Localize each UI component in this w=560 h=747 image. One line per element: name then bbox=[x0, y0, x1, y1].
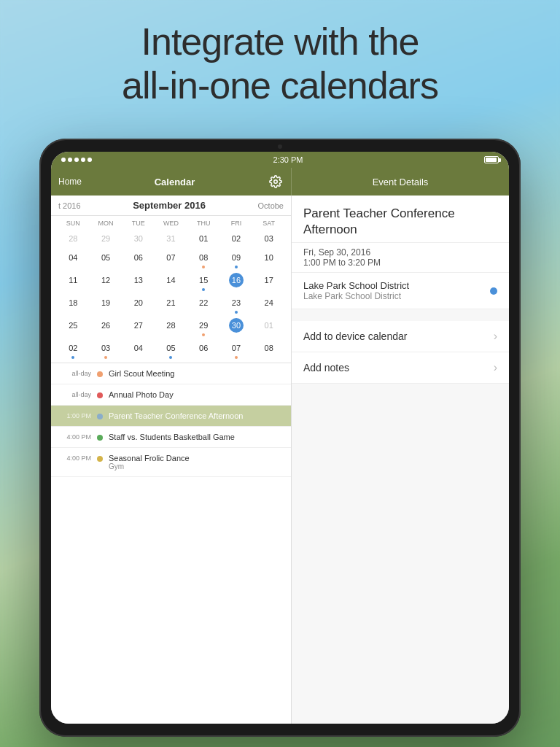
event-item[interactable]: 4:00 PM Staff vs. Students Basketball Ga… bbox=[51, 427, 291, 448]
cal-day[interactable]: 13 bbox=[122, 271, 155, 293]
event-time: 4:00 PM bbox=[58, 433, 91, 441]
cal-day[interactable]: 02 bbox=[220, 229, 253, 248]
cal-day[interactable]: 18 bbox=[57, 293, 90, 316]
cal-day[interactable]: 23 bbox=[220, 293, 253, 316]
calendar-week-6: 02 03 04 05 06 07 08 bbox=[57, 338, 285, 361]
cal-day[interactable]: 20 bbox=[122, 293, 155, 316]
cal-day[interactable]: 04 bbox=[122, 338, 155, 361]
headline: Integrate with the all-in-one calendars bbox=[0, 20, 560, 108]
calendar-panel: t 2016 September 2016 Octobe SUN MON TUE… bbox=[51, 196, 292, 724]
event-dot-wrap bbox=[97, 454, 103, 462]
calendar-week-3: 11 12 13 14 15 16 17 bbox=[57, 271, 285, 293]
event-info: Seasonal Frolic Dance Gym bbox=[109, 454, 284, 471]
cal-day[interactable]: 14 bbox=[155, 271, 187, 293]
event-date-line2: 1:00 PM to 3:20 PM bbox=[303, 258, 497, 268]
cal-day[interactable]: 29 bbox=[90, 229, 122, 248]
header-wed: WED bbox=[155, 217, 187, 229]
next-month-label: Octobe bbox=[258, 201, 284, 210]
calendar-week-4: 18 19 20 21 22 23 24 bbox=[57, 293, 285, 316]
cal-day[interactable]: 22 bbox=[187, 293, 220, 316]
event-time: 1:00 PM bbox=[58, 411, 91, 419]
cal-day-selected[interactable]: 30 bbox=[220, 316, 253, 338]
cal-day[interactable]: 21 bbox=[155, 293, 187, 316]
signal-dots bbox=[61, 158, 92, 162]
event-location-dot bbox=[490, 287, 497, 295]
events-list: all-day Girl Scout Meeting all-day bbox=[51, 363, 291, 724]
add-notes-label: Add notes bbox=[303, 362, 349, 374]
cal-day[interactable]: 11 bbox=[57, 271, 90, 293]
event-detail-panel: Parent Teacher Conference Afternoon Fri,… bbox=[292, 196, 509, 724]
current-month-title: September 2016 bbox=[133, 200, 206, 211]
dot5 bbox=[88, 158, 92, 162]
cal-day[interactable]: 24 bbox=[252, 293, 285, 316]
cal-day[interactable]: 28 bbox=[57, 229, 90, 248]
cal-day[interactable]: 06 bbox=[122, 248, 155, 271]
cal-day-today[interactable]: 16 bbox=[220, 271, 253, 293]
event-location-info: Lake Park School District Lake Park Scho… bbox=[303, 280, 409, 301]
event-title: Seasonal Frolic Dance bbox=[109, 454, 284, 462]
event-detail-card: Parent Teacher Conference Afternoon Fri,… bbox=[292, 196, 509, 309]
cal-day[interactable]: 12 bbox=[90, 271, 122, 293]
cal-day[interactable]: 30 bbox=[122, 229, 155, 248]
headline-line2: all-in-one calendars bbox=[122, 64, 438, 107]
event-item[interactable]: 4:00 PM Seasonal Frolic Dance Gym bbox=[51, 448, 291, 477]
dot3 bbox=[74, 158, 79, 162]
cal-day[interactable]: 05 bbox=[155, 338, 187, 361]
cal-day[interactable]: 07 bbox=[220, 338, 253, 361]
cal-day[interactable]: 01 bbox=[252, 316, 285, 338]
cal-day[interactable]: 27 bbox=[122, 316, 155, 338]
add-to-calendar-label: Add to device calendar bbox=[303, 330, 407, 342]
cal-day[interactable]: 15 bbox=[187, 271, 220, 293]
event-color-dot bbox=[97, 392, 103, 398]
cal-day[interactable]: 28 bbox=[155, 316, 187, 338]
event-detail-datetime: Fri, Sep 30, 2016 1:00 PM to 3:20 PM bbox=[292, 243, 509, 273]
cal-day[interactable]: 29 bbox=[187, 316, 220, 338]
cal-day[interactable]: 08 bbox=[252, 338, 285, 361]
event-color-dot bbox=[97, 435, 103, 441]
battery-fill bbox=[486, 158, 497, 162]
dot1 bbox=[61, 158, 66, 162]
cal-day[interactable]: 25 bbox=[57, 316, 90, 338]
add-to-calendar-row[interactable]: Add to device calendar › bbox=[292, 321, 509, 352]
battery-indicator bbox=[484, 156, 499, 163]
chevron-right-icon: › bbox=[494, 361, 497, 374]
cal-day[interactable]: 07 bbox=[155, 248, 187, 271]
main-content: t 2016 September 2016 Octobe SUN MON TUE… bbox=[51, 196, 509, 724]
event-item-selected[interactable]: 1:00 PM Parent Teacher Conference Aftern… bbox=[51, 406, 291, 427]
cal-day[interactable]: 02 bbox=[57, 338, 90, 361]
cal-day[interactable]: 08 bbox=[187, 248, 220, 271]
add-notes-row[interactable]: Add notes › bbox=[292, 352, 509, 384]
cal-day[interactable]: 05 bbox=[90, 248, 122, 271]
event-title: Staff vs. Students Basketball Game bbox=[109, 433, 284, 441]
nav-home-button[interactable]: Home bbox=[58, 177, 82, 187]
cal-day[interactable]: 09 bbox=[220, 248, 253, 271]
event-item[interactable]: all-day Annual Photo Day bbox=[51, 384, 291, 406]
settings-gear-icon[interactable] bbox=[268, 174, 284, 190]
cal-day[interactable]: 31 bbox=[155, 229, 187, 248]
cal-day[interactable]: 03 bbox=[252, 229, 285, 248]
event-dot-wrap bbox=[97, 433, 103, 441]
cal-day[interactable]: 19 bbox=[90, 293, 122, 316]
event-info: Staff vs. Students Basketball Game bbox=[109, 433, 284, 441]
camera-dot bbox=[278, 144, 282, 149]
header-thu: THU bbox=[187, 217, 220, 229]
cal-day[interactable]: 03 bbox=[90, 338, 122, 361]
event-item[interactable]: all-day Girl Scout Meeting bbox=[51, 363, 291, 384]
header-mon: MON bbox=[90, 217, 122, 229]
cal-day[interactable]: 01 bbox=[187, 229, 220, 248]
cal-day[interactable]: 10 bbox=[252, 248, 285, 271]
event-dot-wrap bbox=[97, 369, 103, 377]
event-time: all-day bbox=[58, 390, 91, 398]
cal-day[interactable]: 06 bbox=[187, 338, 220, 361]
event-info: Girl Scout Meeting bbox=[109, 369, 284, 378]
dot4 bbox=[81, 158, 85, 162]
cal-day[interactable]: 26 bbox=[90, 316, 122, 338]
event-color-dot bbox=[97, 456, 103, 462]
header-sat: SAT bbox=[252, 217, 285, 229]
event-info: Annual Photo Day bbox=[109, 390, 284, 399]
cal-day[interactable]: 17 bbox=[252, 271, 285, 293]
cal-day[interactable]: 04 bbox=[57, 248, 90, 271]
nav-event-details-title: Event Details bbox=[373, 177, 429, 187]
calendar-week-2: 04 05 06 07 08 09 10 bbox=[57, 248, 285, 271]
event-title: Girl Scout Meeting bbox=[109, 369, 284, 378]
